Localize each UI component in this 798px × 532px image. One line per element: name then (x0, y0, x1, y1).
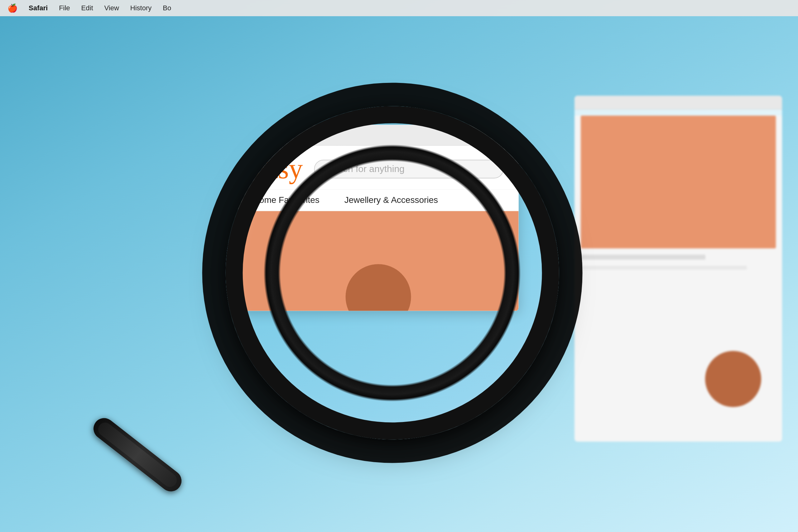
maximize-button[interactable] (269, 132, 278, 140)
macos-menubar: 🍎 Safari File Edit View History Bo (0, 0, 798, 16)
minimize-button[interactable] (258, 132, 266, 140)
magnifier-outer-ring (221, 101, 564, 444)
close-button[interactable] (246, 132, 254, 140)
traffic-lights-group (246, 132, 278, 140)
magnifier-assembly: ‹ › Etsy Search for anything (0, 0, 798, 532)
apple-icon: 🍎 (7, 3, 17, 13)
file-menu-item[interactable]: File (59, 4, 70, 12)
edit-menu-item[interactable]: Edit (81, 4, 93, 12)
bookmarks-menu-item[interactable]: Bo (163, 4, 171, 12)
magnifier-handle (89, 414, 186, 496)
history-menu-item[interactable]: History (130, 4, 152, 12)
safari-menu-item[interactable]: Safari (29, 4, 48, 12)
view-menu-item[interactable]: View (104, 4, 119, 12)
